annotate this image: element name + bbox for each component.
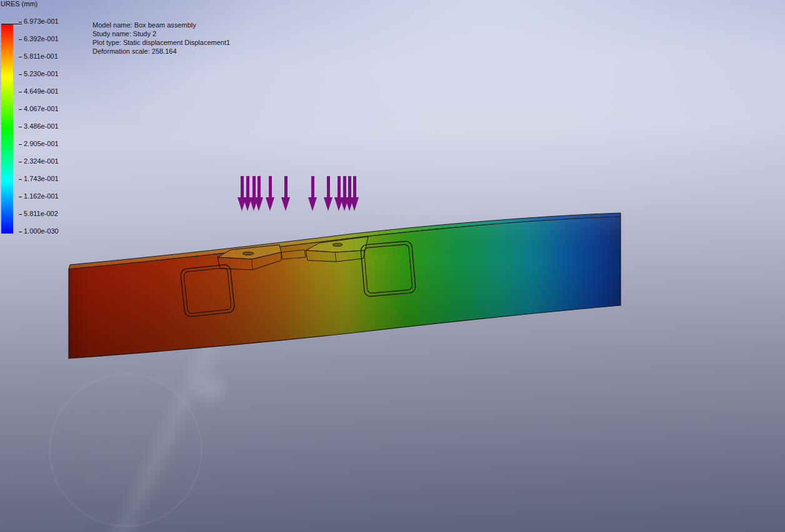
legend-tick-mark <box>19 92 22 92</box>
legend-tick-mark <box>19 232 22 232</box>
load-arrows <box>0 176 785 212</box>
legend-tick-mark <box>19 57 22 57</box>
legend-tick-mark <box>19 162 22 162</box>
legend-tick-mark <box>19 39 22 40</box>
legend-title: URES (mm) <box>1 0 38 7</box>
force-arrow-icon[interactable] <box>254 176 264 211</box>
legend-scale-value: 1.000e-030 <box>19 227 75 234</box>
beam-model-render[interactable] <box>0 0 785 532</box>
legend-tick-mark <box>19 144 22 145</box>
force-arrow-icon[interactable] <box>308 176 318 211</box>
legend-scale-value: 4.649e-001 <box>19 87 75 94</box>
legend-tick-mark <box>19 22 22 22</box>
graphics-viewport[interactable]: Model name: Box beam assembly Study name… <box>0 0 785 532</box>
legend-scale-value: 6.392e-001 <box>19 35 75 42</box>
legend-scale-value: 2.905e-001 <box>19 140 75 147</box>
legend-scale-value: 5.811e-001 <box>19 52 75 59</box>
legend-scale-value: 6.973e-001 <box>19 17 75 24</box>
force-arrow-icon[interactable] <box>350 176 359 211</box>
legend-tick-mark <box>19 109 22 110</box>
tab2-bolt-hole[interactable] <box>332 243 342 246</box>
legend-scale-value: 4.067e-001 <box>19 105 75 112</box>
legend-color-bar <box>1 24 13 234</box>
legend-scale-value: 1.743e-001 <box>19 175 75 182</box>
legend-scale-value: 2.324e-001 <box>19 157 75 164</box>
legend-tick-mark <box>19 214 22 215</box>
legend-tick-mark <box>19 74 22 75</box>
force-arrow-icon[interactable] <box>324 176 333 211</box>
legend-tick-mark <box>19 127 22 127</box>
legend-scale-value: 5.230e-001 <box>19 70 75 77</box>
legend-scale-labels: 6.973e-0016.392e-0015.811e-0015.230e-001… <box>19 17 75 234</box>
force-arrow-icon[interactable] <box>281 176 291 211</box>
legend-scale-value: 3.486e-001 <box>19 122 75 129</box>
tab1-bolt-hole[interactable] <box>242 252 254 255</box>
legend-tick-mark <box>19 179 22 180</box>
legend-scale-value: 5.811e-002 <box>19 210 75 217</box>
force-arrow-icon[interactable] <box>266 176 275 211</box>
legend-tick-mark <box>19 197 22 197</box>
legend-scale-value: 1.162e-001 <box>19 192 75 199</box>
